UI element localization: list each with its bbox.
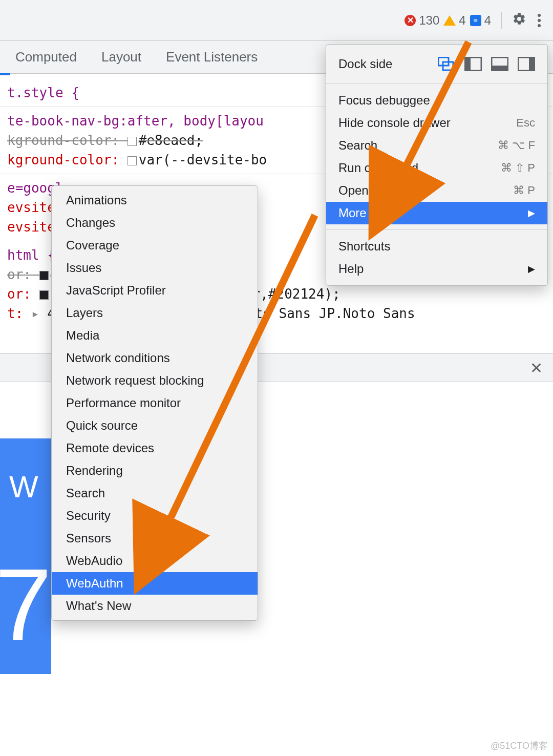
submenu-item-sensors[interactable]: Sensors [52, 527, 258, 550]
close-drawer-button[interactable]: ✕ [530, 359, 543, 377]
dock-bottom-icon[interactable] [491, 57, 508, 71]
watermark: @51CTO博客 [491, 740, 548, 752]
submenu-label: Network request blocking [66, 373, 204, 388]
css-selector: html { [7, 247, 55, 263]
submenu-item-issues[interactable]: Issues [52, 257, 258, 279]
dock-left-icon[interactable] [464, 57, 482, 71]
menu-item-open-file[interactable]: Open file⌘ P [326, 179, 547, 202]
css-property: kground-color: [7, 133, 119, 148]
submenu-label: Remote devices [66, 441, 154, 455]
menu-shortcut: Esc [516, 116, 535, 130]
menu-label: Search [338, 138, 377, 153]
menu-label: Open file [338, 183, 388, 198]
menu-label: Shortcuts [338, 239, 390, 254]
menu-item-run-command[interactable]: Run command⌘ ⇧ P [326, 157, 547, 179]
submenu-item-webauthn[interactable]: WebAuthn [52, 572, 258, 595]
submenu-item-what-s-new[interactable]: What's New [52, 595, 258, 617]
submenu-item-javascript-profiler[interactable]: JavaScript Profiler [52, 279, 258, 302]
tab-event-listeners[interactable]: Event Listeners [166, 49, 258, 65]
submenu-label: Security [66, 509, 111, 523]
menu-shortcut: ⌘ ⌥ F [498, 139, 535, 152]
warning-icon [443, 15, 456, 26]
submenu-item-performance-monitor[interactable]: Performance monitor [52, 392, 258, 414]
submenu-item-network-conditions[interactable]: Network conditions [52, 347, 258, 369]
info-icon: ≡ [470, 15, 481, 26]
more-tools-submenu: AnimationsChangesCoverageIssuesJavaScrip… [51, 185, 258, 621]
submenu-label: Search [66, 486, 105, 500]
submenu-item-media[interactable]: Media [52, 324, 258, 347]
submenu-item-animations[interactable]: Animations [52, 189, 258, 212]
submenu-arrow-icon: ▶ [528, 207, 535, 219]
element-style-selector: t.style { [7, 85, 79, 100]
css-property: kground-color: [7, 152, 119, 167]
devtools-main-menu: Dock side Focus debuggee Hide console dr… [326, 44, 548, 286]
submenu-item-remote-devices[interactable]: Remote devices [52, 437, 258, 459]
warning-count-value: 4 [459, 13, 465, 28]
submenu-item-coverage[interactable]: Coverage [52, 234, 258, 257]
expand-icon[interactable]: ▸ [31, 306, 39, 321]
submenu-item-layers[interactable]: Layers [52, 302, 258, 324]
menu-item-help[interactable]: Help▶ [326, 258, 547, 280]
panel-letter-w: W [9, 469, 38, 505]
submenu-item-rendering[interactable]: Rendering [52, 459, 258, 482]
color-swatch-icon[interactable] [39, 271, 49, 280]
color-swatch-icon[interactable] [39, 290, 49, 300]
css-value: #e8eaed; [139, 133, 203, 148]
issue-counters: ✕ 130 4 ≡ 4 [405, 13, 491, 28]
menu-item-more-tools[interactable]: More tools▶ [326, 202, 547, 224]
tab-computed[interactable]: Computed [15, 49, 77, 65]
menu-label: Run command [338, 161, 418, 175]
submenu-item-search[interactable]: Search [52, 482, 258, 505]
submenu-label: Issues [66, 261, 101, 275]
submenu-item-security[interactable]: Security [52, 505, 258, 527]
warning-count[interactable]: 4 [443, 13, 465, 28]
svg-rect-3 [465, 57, 471, 71]
dock-side-label: Dock side [338, 57, 392, 71]
submenu-label: Quick source [66, 418, 138, 433]
dock-right-icon[interactable] [518, 57, 535, 71]
info-count-value: 4 [484, 13, 491, 28]
color-swatch-icon[interactable] [127, 137, 137, 146]
menu-label: Hide console drawer [338, 116, 451, 130]
kebab-menu-button[interactable] [533, 11, 546, 30]
submenu-label: Coverage [66, 238, 119, 253]
menu-item-search[interactable]: Search⌘ ⌥ F [326, 134, 547, 157]
menu-label: Help [338, 262, 364, 276]
menu-label: Focus debuggee [338, 93, 430, 108]
css-property: or: [7, 286, 31, 302]
submenu-item-network-request-blocking[interactable]: Network request blocking [52, 369, 258, 392]
submenu-label: Media [66, 328, 99, 343]
submenu-label: What's New [66, 599, 131, 613]
submenu-label: Rendering [66, 464, 123, 478]
menu-item-focus-debuggee[interactable]: Focus debuggee [326, 89, 547, 112]
submenu-arrow-icon: ▶ [528, 263, 535, 275]
submenu-label: WebAudio [66, 554, 122, 568]
menu-shortcut: ⌘ ⇧ P [501, 161, 535, 175]
menu-shortcut: ⌘ P [513, 184, 535, 197]
submenu-label: WebAuthn [66, 576, 123, 591]
tab-layout[interactable]: Layout [101, 49, 141, 65]
gear-icon [512, 12, 526, 26]
submenu-label: Network conditions [66, 351, 170, 365]
css-property: t: [7, 306, 23, 321]
menu-item-shortcuts[interactable]: Shortcuts [326, 235, 547, 258]
info-count[interactable]: ≡ 4 [470, 13, 491, 28]
submenu-label: JavaScript Profiler [66, 283, 166, 298]
svg-rect-5 [492, 66, 508, 71]
css-property: or: [7, 267, 31, 282]
error-count[interactable]: ✕ 130 [405, 13, 439, 28]
dock-side-row: Dock side [326, 50, 547, 78]
dock-undock-icon[interactable] [438, 57, 455, 71]
menu-item-hide-console[interactable]: Hide console drawerEsc [326, 112, 547, 134]
submenu-item-quick-source[interactable]: Quick source [52, 414, 258, 437]
submenu-item-webaudio[interactable]: WebAudio [52, 550, 258, 572]
submenu-label: Animations [66, 193, 127, 207]
submenu-label: Sensors [66, 531, 111, 545]
color-swatch-icon[interactable] [127, 156, 137, 165]
toolbar-divider [501, 12, 502, 29]
error-count-value: 130 [419, 13, 439, 28]
submenu-label: Performance monitor [66, 396, 181, 410]
panel-number-7: 7 [0, 546, 51, 664]
settings-button[interactable] [512, 12, 526, 29]
submenu-item-changes[interactable]: Changes [52, 212, 258, 234]
